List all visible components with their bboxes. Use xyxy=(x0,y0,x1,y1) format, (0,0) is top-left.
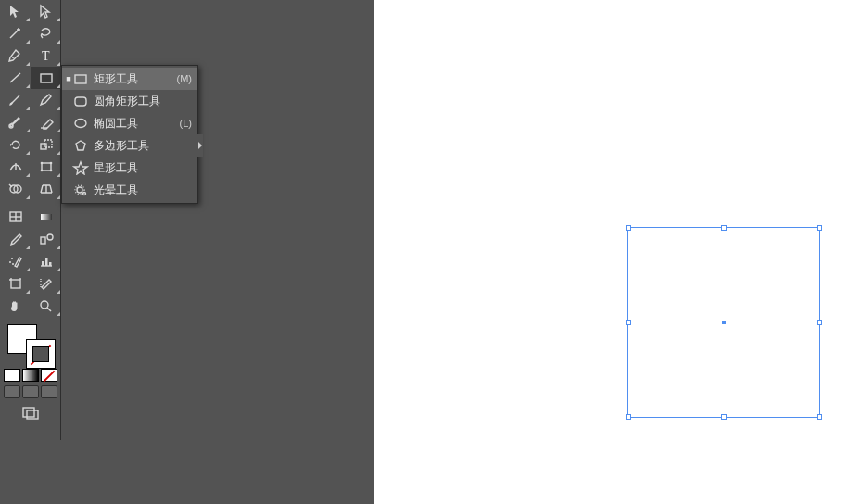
eraser-tool[interactable] xyxy=(31,111,61,133)
shape-tool-flyout: ■矩形工具(M)圆角矩形工具椭圆工具(L)多边形工具星形工具光晕工具 xyxy=(61,65,198,204)
flare-icon xyxy=(71,183,90,197)
svg-line-35 xyxy=(47,308,51,311)
flyout-label: 矩形工具 xyxy=(90,71,177,87)
polygon-icon xyxy=(71,138,90,153)
svg-rect-26 xyxy=(42,261,44,266)
svg-rect-3 xyxy=(41,74,52,82)
svg-point-10 xyxy=(40,162,43,165)
gradient-tool[interactable] xyxy=(31,206,61,228)
handle-mid-right[interactable] xyxy=(817,320,822,325)
pencil-tool[interactable] xyxy=(31,89,61,111)
svg-rect-29 xyxy=(11,280,20,288)
color-none[interactable] xyxy=(41,369,57,382)
flyout-star[interactable]: 星形工具 xyxy=(62,157,197,179)
svg-rect-19 xyxy=(41,214,52,220)
svg-rect-27 xyxy=(45,258,48,266)
zoom-tool[interactable] xyxy=(31,295,61,317)
svg-point-0 xyxy=(12,57,14,58)
rounded-rectangle-icon xyxy=(71,94,90,108)
hand-tool[interactable] xyxy=(0,295,31,317)
svg-point-22 xyxy=(11,258,13,259)
svg-rect-39 xyxy=(75,97,86,106)
svg-text:T: T xyxy=(42,49,50,63)
scale-tool[interactable] xyxy=(31,133,61,156)
svg-point-40 xyxy=(75,120,86,128)
artboard-tool[interactable] xyxy=(0,272,31,295)
star-icon xyxy=(71,160,90,175)
flyout-label: 多边形工具 xyxy=(90,138,192,154)
magic-wand-tool[interactable] xyxy=(0,22,31,44)
rotate-tool[interactable] xyxy=(0,133,31,156)
flyout-flare[interactable]: 光晕工具 xyxy=(62,179,197,201)
screen-mode[interactable] xyxy=(0,402,61,424)
svg-rect-28 xyxy=(49,262,52,266)
pen-tool[interactable] xyxy=(0,44,31,67)
selection-center xyxy=(722,321,726,324)
svg-marker-42 xyxy=(74,162,87,174)
flyout-ellipse[interactable]: 椭圆工具(L) xyxy=(62,112,197,134)
flyout-polygon[interactable]: 多边形工具 xyxy=(62,134,197,157)
svg-point-13 xyxy=(49,170,52,172)
flyout-shortcut: (L) xyxy=(180,118,192,129)
selected-rectangle[interactable] xyxy=(627,227,820,418)
lasso-tool[interactable] xyxy=(31,22,61,44)
handle-bottom-left[interactable] xyxy=(626,414,631,420)
selection-tool[interactable] xyxy=(0,0,31,22)
handle-top-right[interactable] xyxy=(817,225,822,231)
blob-brush-tool[interactable] xyxy=(0,111,31,133)
draw-behind[interactable] xyxy=(22,385,39,398)
svg-rect-20 xyxy=(41,237,45,244)
fill-stroke-swatch[interactable] xyxy=(0,321,61,367)
eyedropper-tool[interactable] xyxy=(0,228,31,250)
draw-inside[interactable] xyxy=(41,385,57,398)
flyout-label: 椭圆工具 xyxy=(90,116,180,132)
perspective-grid-tool[interactable] xyxy=(31,178,61,200)
svg-marker-41 xyxy=(76,141,85,150)
draw-mode-row xyxy=(0,385,61,398)
svg-point-11 xyxy=(49,162,52,165)
rectangle-icon xyxy=(71,71,90,86)
color-gradient[interactable] xyxy=(22,369,39,382)
svg-rect-38 xyxy=(75,75,86,83)
handle-top-center[interactable] xyxy=(721,225,727,231)
canvas-area xyxy=(371,0,862,504)
svg-point-23 xyxy=(9,261,11,263)
handle-bottom-right[interactable] xyxy=(817,414,822,420)
symbol-sprayer-tool[interactable] xyxy=(0,250,31,272)
svg-point-34 xyxy=(41,301,48,309)
flyout-label: 圆角矩形工具 xyxy=(90,94,192,109)
stroke-swatch[interactable] xyxy=(26,339,56,369)
tool-panel: T xyxy=(0,0,61,440)
flyout-rectangle[interactable]: ■矩形工具(M) xyxy=(62,68,197,90)
ellipse-icon xyxy=(71,116,90,131)
svg-point-43 xyxy=(77,187,82,193)
handle-top-left[interactable] xyxy=(626,225,631,231)
draw-normal[interactable] xyxy=(4,385,20,398)
column-graph-tool[interactable] xyxy=(31,250,61,272)
mesh-tool[interactable] xyxy=(0,206,31,228)
svg-rect-9 xyxy=(42,163,51,170)
blend-tool[interactable] xyxy=(31,228,61,250)
rectangle-tool[interactable] xyxy=(31,67,61,89)
slice-tool[interactable] xyxy=(31,272,61,295)
type-tool[interactable]: T xyxy=(31,44,61,67)
width-tool[interactable] xyxy=(0,156,31,178)
color-mode-row xyxy=(0,369,61,382)
flyout-label: 光晕工具 xyxy=(90,183,192,198)
handle-bottom-center[interactable] xyxy=(721,414,727,420)
direct-selection-tool[interactable] xyxy=(31,0,61,22)
flyout-rounded-rectangle[interactable]: 圆角矩形工具 xyxy=(62,90,197,112)
line-segment-tool[interactable] xyxy=(0,67,31,89)
svg-rect-36 xyxy=(23,408,34,417)
paintbrush-tool[interactable] xyxy=(0,89,31,111)
svg-rect-6 xyxy=(41,144,46,149)
svg-line-2 xyxy=(10,73,20,82)
flyout-label: 星形工具 xyxy=(90,160,192,176)
svg-point-24 xyxy=(12,263,14,265)
handle-mid-left[interactable] xyxy=(626,320,631,325)
artboard[interactable] xyxy=(374,0,862,504)
color-solid[interactable] xyxy=(4,369,20,382)
free-transform-tool[interactable] xyxy=(31,156,61,178)
flyout-shortcut: (M) xyxy=(177,73,193,84)
shape-builder-tool[interactable] xyxy=(0,178,31,200)
